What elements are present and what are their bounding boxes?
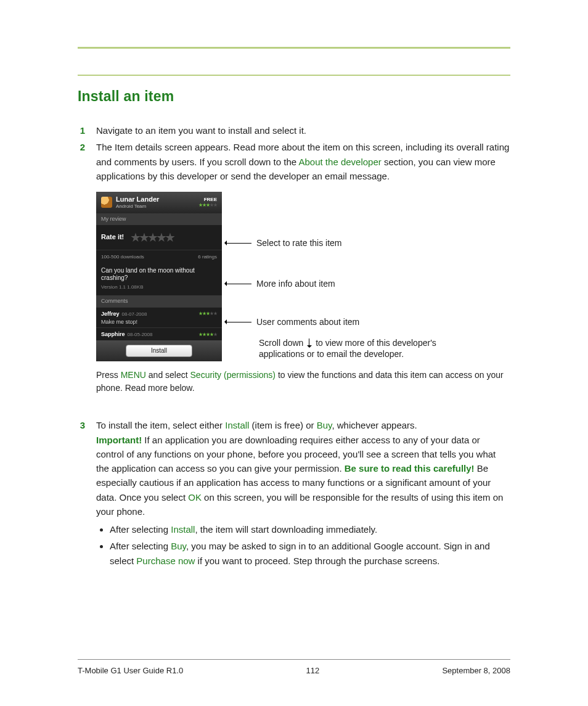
text: , whichever appears. bbox=[332, 420, 417, 430]
phone-screenshot: Lunar Lander Android Team FREE ★★★★★ My … bbox=[96, 192, 222, 361]
app-meta: Version 1.1 1.08KB bbox=[101, 284, 217, 290]
app-icon bbox=[101, 197, 112, 208]
my-review-label: My review bbox=[96, 213, 222, 225]
comment-stars-icon: ★★★★★ bbox=[198, 332, 217, 338]
buy-link[interactable]: Buy bbox=[317, 420, 332, 430]
app-description-row: Can you land on the moon without crashin… bbox=[96, 263, 222, 295]
menu-note: Press MENU and select Security (permissi… bbox=[96, 369, 510, 395]
comment-row: Sapphire08-05-2008 ★★★★★ bbox=[96, 327, 222, 340]
step-body: The Item details screen appears. Read mo… bbox=[96, 140, 510, 395]
text: After selecting bbox=[110, 541, 171, 551]
step-2: 2 The Item details screen appears. Read … bbox=[78, 140, 510, 395]
text: and select bbox=[146, 370, 190, 380]
page-footer: T-Mobile G1 User Guide R1.0 112 Septembe… bbox=[78, 659, 510, 675]
comment-text: Make me stop! bbox=[101, 319, 217, 326]
footer-page-number: 112 bbox=[306, 666, 319, 675]
callout-scroll: Scroll down to view more of this develop… bbox=[255, 337, 456, 359]
step-body: Navigate to an item you want to install … bbox=[96, 123, 510, 138]
step-body: To install the item, select either Insta… bbox=[96, 418, 510, 570]
callout-rate: Select to rate this item bbox=[255, 237, 342, 248]
footer-date: September 8, 2008 bbox=[442, 666, 510, 675]
app-description: Can you land on the moon without crashin… bbox=[101, 267, 217, 282]
about-developer-link[interactable]: About the developer bbox=[299, 157, 382, 167]
download-stats: 100-500 downloads 6 ratings bbox=[96, 250, 222, 264]
callouts: Select to rate this item More info about… bbox=[222, 192, 510, 361]
rate-label: Rate it! bbox=[101, 233, 124, 241]
text: To install the item, select either bbox=[96, 420, 225, 430]
comment-author: Jeffrey bbox=[101, 311, 120, 317]
install-link[interactable]: Install bbox=[225, 420, 249, 430]
buy-link[interactable]: Buy bbox=[171, 541, 186, 551]
footer-left: T-Mobile G1 User Guide R1.0 bbox=[78, 666, 183, 675]
sub-bullets: After selecting Install, the item will s… bbox=[96, 522, 510, 568]
top-rule bbox=[78, 47, 510, 49]
rating-stars-icon: ★★★★★ bbox=[198, 202, 217, 208]
callout-text: Select to rate this item bbox=[256, 237, 342, 248]
text: After selecting bbox=[110, 524, 171, 535]
comment-author: Sapphire bbox=[101, 331, 125, 337]
callout-info: More info about item bbox=[255, 278, 335, 289]
title-rule bbox=[78, 75, 510, 76]
install-button[interactable]: Install bbox=[126, 345, 192, 357]
step-number: 3 bbox=[78, 418, 85, 570]
text: , the item will start downloading immedi… bbox=[195, 524, 377, 535]
text: Scroll down bbox=[259, 338, 306, 348]
figure: Lunar Lander Android Team FREE ★★★★★ My … bbox=[96, 192, 510, 361]
callout-comments: User comments about item bbox=[255, 316, 359, 327]
install-bar: Install bbox=[96, 340, 222, 361]
arrow-left-icon bbox=[226, 322, 251, 322]
page-title: Install an item bbox=[78, 88, 510, 105]
arrow-left-icon bbox=[226, 284, 251, 284]
text: if you want to proceed. Step through the… bbox=[195, 556, 439, 566]
rate-row[interactable]: Rate it! ★★★★★ bbox=[96, 225, 222, 250]
security-permissions-link[interactable]: Security (permissions) bbox=[190, 370, 276, 380]
page: Install an item 1 Navigate to an item yo… bbox=[0, 0, 588, 706]
price-badge: FREE bbox=[198, 197, 217, 203]
ok-key: OK bbox=[188, 492, 202, 503]
download-count: 100-500 downloads bbox=[101, 254, 144, 260]
comment-date: 08-05-2008 bbox=[128, 332, 153, 337]
step-1: 1 Navigate to an item you want to instal… bbox=[78, 123, 510, 138]
install-link[interactable]: Install bbox=[171, 524, 195, 535]
step-number: 1 bbox=[78, 123, 85, 138]
menu-key: MENU bbox=[121, 370, 146, 380]
list-item: After selecting Install, the item will s… bbox=[110, 522, 510, 536]
rating-count: 6 ratings bbox=[198, 254, 217, 260]
spacer bbox=[78, 397, 510, 418]
warning-emphasis: Be sure to read this carefully! bbox=[345, 463, 475, 474]
comment-stars-icon: ★★★★★ bbox=[198, 311, 217, 317]
callout-text: User comments about item bbox=[256, 316, 359, 327]
comment-row: Jeffrey08-07-2008 ★★★★★ Make me stop! bbox=[96, 307, 222, 328]
important-label: Important! bbox=[96, 435, 142, 445]
step-3: 3 To install the item, select either Ins… bbox=[78, 418, 510, 570]
comment-date: 08-07-2008 bbox=[122, 311, 147, 317]
app-title: Lunar Lander bbox=[116, 195, 159, 203]
text: Press bbox=[96, 370, 121, 380]
callout-text: More info about item bbox=[256, 278, 335, 289]
comments-label: Comments bbox=[96, 295, 222, 307]
text: (item is free) or bbox=[249, 420, 316, 430]
step-number: 2 bbox=[78, 140, 85, 395]
callout-text: Scroll down to view more of this develop… bbox=[259, 337, 456, 359]
rate-stars-icon[interactable]: ★★★★★ bbox=[130, 230, 173, 245]
app-developer: Android Team bbox=[116, 203, 159, 210]
arrow-left-icon bbox=[226, 243, 251, 244]
app-header: Lunar Lander Android Team FREE ★★★★★ bbox=[96, 192, 222, 213]
purchase-now-link[interactable]: Purchase now bbox=[136, 556, 195, 566]
list-item: After selecting Buy, you may be asked to… bbox=[110, 539, 510, 568]
